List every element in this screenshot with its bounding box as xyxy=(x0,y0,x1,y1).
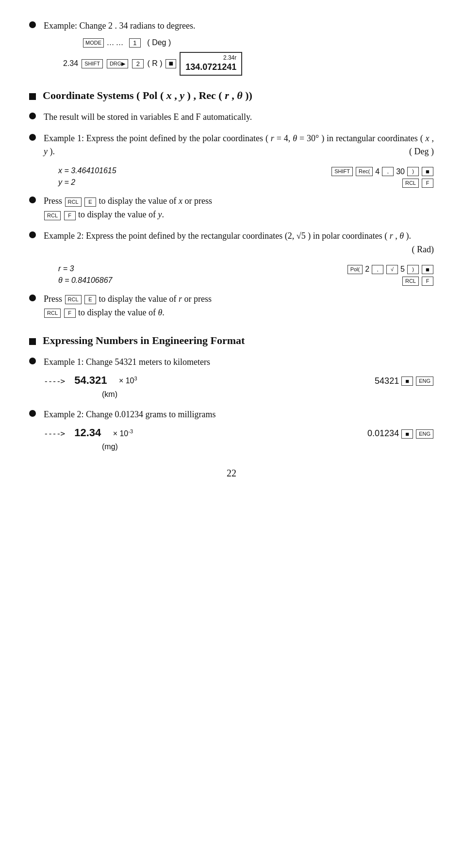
f-key-p2b: F xyxy=(64,309,76,318)
close-paren-ex1: ) xyxy=(407,167,419,176)
bullet-circle-press1 xyxy=(29,197,36,203)
mode-line: MODE …… 1 ( Deg ) xyxy=(83,37,434,49)
example1-y-keys: RCL F xyxy=(402,179,434,188)
rcl-key-ex1: RCL xyxy=(402,179,419,188)
press-note-2-item: Press RCL E to display the value of r or… xyxy=(29,293,434,320)
eng2-sup: -3 xyxy=(128,428,133,434)
eng-section-header: Expressing Numbers in Engineering Format xyxy=(29,334,434,347)
example1-note: ( Deg ) xyxy=(409,145,434,159)
display-result-1: 2.34r 134.0721241 xyxy=(180,52,242,76)
ex1-val-4: 4 xyxy=(375,167,380,176)
e-key-p2: E xyxy=(84,295,96,304)
eng1-unit: (km) xyxy=(102,389,434,401)
display-top: 2.34r xyxy=(185,54,236,62)
eng2-value: 12.34 xyxy=(74,425,101,441)
rcl-key-p1: RCL xyxy=(65,197,82,207)
example2-r-keys: Pol( 2 , √ 5 ) ■ xyxy=(347,265,434,274)
close-paren-ex2: ) xyxy=(407,265,419,274)
eng-example1-item: Example 1: Change 54321 meters to kilome… xyxy=(29,356,434,401)
press-suffix1-2: to display the value of r or press xyxy=(99,294,212,304)
eng1-key: ENG xyxy=(416,377,433,386)
example2-theta-keys: RCL F xyxy=(402,277,434,286)
press-suffix2-1: to display the value of y. xyxy=(78,210,164,219)
comma-key-ex2: , xyxy=(372,265,383,274)
shift-key-ex1: SHIFT xyxy=(331,167,353,176)
display-bottom: 134.0721241 xyxy=(185,62,236,73)
eng1-result: ----> 54.321 × 103 54321 ■ ENG xyxy=(44,372,434,389)
eng2-result-row: ----> 12.34 × 10-3 0.01234 ■ ENG (mg) xyxy=(44,425,434,453)
ex2-val-5: 5 xyxy=(400,265,405,274)
rec-key: Rec( xyxy=(356,167,373,176)
example2-results: r = 3 Pol( 2 , √ 5 ) ■ θ = 0.84106867 RC… xyxy=(58,264,434,286)
eng-example2-text: Example 2: Change 0.01234 grams to milli… xyxy=(44,408,434,422)
press-note-1-item: Press RCL E to display the value of x or… xyxy=(29,195,434,222)
bullet-circle-press2 xyxy=(29,295,36,301)
f-key-p1b: F xyxy=(64,211,76,220)
bullet-circle-ex1 xyxy=(29,134,36,141)
example2-item: Example 2: Express the point defined by … xyxy=(29,229,434,257)
rcl-key-p2b: RCL xyxy=(44,309,61,318)
eng2-keys: 0.01234 ■ ENG xyxy=(367,427,434,441)
radian-line: 2.34 SHIFT DRG▶ 2 ( R ) ■ 2.34r 134.0721… xyxy=(63,52,434,76)
eng-example2-item: Example 2: Change 0.01234 grams to milli… xyxy=(29,408,434,453)
example2-theta-line: θ = 0.84106867 RCL F xyxy=(58,276,434,286)
eng2-input: 0.01234 xyxy=(367,427,399,441)
eng-header-text: Expressing Numbers in Engineering Format xyxy=(43,334,245,347)
equals-key-1: ■ xyxy=(165,59,176,68)
eng-example1-text: Example 1: Change 54321 meters to kilome… xyxy=(44,356,434,369)
store-note-item: The result will be stored in variables E… xyxy=(29,111,434,124)
bullet-circle-1 xyxy=(29,21,36,28)
deg-label: ( Deg ) xyxy=(147,38,171,47)
comma-key-ex1: , xyxy=(382,167,394,176)
rcl-key-p2: RCL xyxy=(65,295,82,304)
example1-text: Example 1: Express the point defined by … xyxy=(44,133,434,157)
bullet-circle-ex2 xyxy=(29,231,36,238)
eng1-keys: 54321 ■ ENG xyxy=(375,375,434,388)
press-suffix1-1: to display the value of x or press xyxy=(99,196,212,206)
eng-example2-content: Example 2: Change 0.01234 grams to milli… xyxy=(44,408,434,453)
example-radians-text: Example: Change 2 . 34 radians to degree… xyxy=(44,19,434,33)
bullet-square-coord xyxy=(29,93,36,100)
example-radians-content: Example: Change 2 . 34 radians to degree… xyxy=(44,19,434,76)
key-2: 2 xyxy=(132,59,144,68)
store-note-text: The result will be stored in variables E… xyxy=(44,111,434,124)
eng2-power: × 10-3 xyxy=(111,427,133,440)
key-1: 1 xyxy=(129,38,141,48)
press-note-2-content: Press RCL E to display the value of r or… xyxy=(44,293,434,320)
example1-x-line: x = 3.464101615 SHIFT Rec( 4 , 30 ) ■ xyxy=(58,166,434,176)
ex1-val-30: 30 xyxy=(396,167,405,176)
eng1-value: 54.321 xyxy=(74,372,107,389)
example2-content: Example 2: Express the point defined by … xyxy=(44,229,434,257)
bullet-square-eng xyxy=(29,338,36,345)
press-text-1: Press xyxy=(44,196,65,206)
eng2-equals: ■ xyxy=(401,429,413,439)
equals-key-ex2: ■ xyxy=(422,265,433,274)
eng1-power: × 103 xyxy=(116,375,137,387)
shift-key-2: SHIFT xyxy=(82,59,103,68)
e-key-p1: E xyxy=(84,197,96,207)
eng1-equals: ■ xyxy=(401,377,413,386)
equals-key-ex1: ■ xyxy=(422,167,433,176)
mode-key: MODE xyxy=(83,38,104,48)
example1-item: Example 1: Express the point defined by … xyxy=(29,132,434,159)
press-suffix2-2: to display the value of θ. xyxy=(78,308,165,317)
example2-theta: θ = 0.84106867 xyxy=(58,276,155,285)
coord-header-text: Coordinate Systems ( Pol ( x , y ) , Rec… xyxy=(43,89,252,102)
dots: …… xyxy=(106,38,128,47)
bullet-circle-store xyxy=(29,113,36,119)
r-label: ( R ) xyxy=(147,58,162,70)
sqrt-key-ex2: √ xyxy=(386,265,398,274)
example2-text: Example 2: Express the point defined by … xyxy=(44,231,411,241)
example1-y: y = 2 xyxy=(58,178,155,187)
example2-r: r = 3 xyxy=(58,264,155,273)
example1-x: x = 3.464101615 xyxy=(58,166,155,175)
example2-note: ( Rad) xyxy=(412,243,434,257)
example1-content: Example 1: Express the point defined by … xyxy=(44,132,434,159)
eng1-sup: 3 xyxy=(134,376,137,381)
rcl-key-ex2: RCL xyxy=(402,277,419,286)
example1-x-keys: SHIFT Rec( 4 , 30 ) ■ xyxy=(331,167,434,176)
value-234: 2.34 xyxy=(63,58,78,70)
eng1-result-row: ----> 54.321 × 103 54321 ■ ENG (km) xyxy=(44,372,434,401)
eng-example1-content: Example 1: Change 54321 meters to kilome… xyxy=(44,356,434,401)
bullet-circle-eng2 xyxy=(29,410,36,417)
